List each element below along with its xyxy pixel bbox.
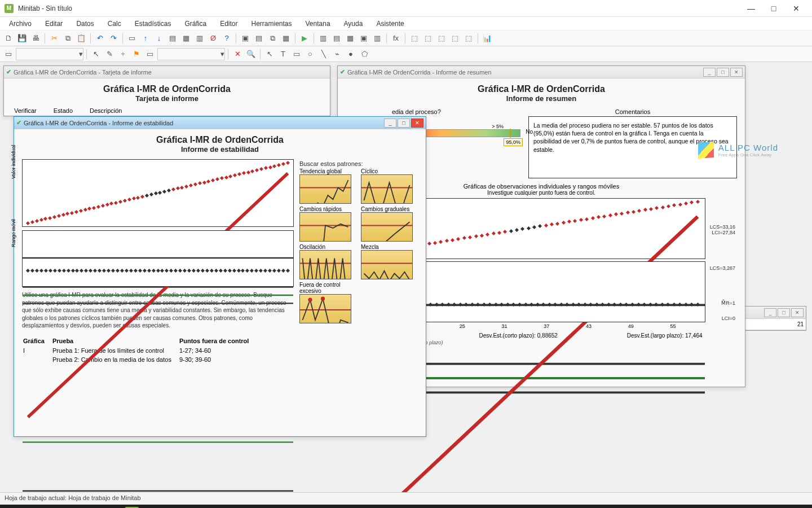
cancel-icon[interactable]: Ø	[207, 32, 219, 45]
pattern-cyclic-label: Cíclico	[361, 168, 418, 174]
summary-close-button[interactable]: ✕	[730, 68, 743, 77]
stability-marker	[510, 129, 511, 138]
report-card-sub: Tarjeta de informe	[4, 94, 330, 103]
stability-readout: 95,0%	[504, 138, 523, 146]
box2-icon[interactable]: ▭	[144, 48, 156, 60]
chart2-icon[interactable]: ▤	[330, 32, 343, 45]
search-icon[interactable]: 🔍	[245, 48, 257, 60]
stability-window[interactable]: ✔ Gráfica I-MR de OrdenCorrida - Informe…	[14, 116, 426, 437]
menu-datos[interactable]: Datos	[73, 19, 97, 29]
summary-min-button[interactable]: _	[703, 68, 716, 77]
manage-icon[interactable]: ▤	[253, 32, 265, 45]
stab-min-button[interactable]: _	[384, 119, 396, 128]
stability-sub: Informe de estabilidad	[14, 145, 426, 154]
report-card-window[interactable]: ✔ Gráfica I-MR de OrdenCorrida - Tarjeta…	[3, 65, 330, 116]
fx-icon[interactable]: fx	[390, 32, 402, 45]
annot-lci-i: LCI=27,84	[712, 230, 735, 235]
select-icon[interactable]: ↖	[263, 48, 276, 60]
summary-sub: Informe de resumen	[338, 94, 745, 103]
stat2-icon[interactable]: ⬚	[422, 32, 434, 45]
menu-editor[interactable]: Editor	[217, 19, 241, 29]
svg-point-28	[308, 297, 312, 301]
print-icon[interactable]: 🖶	[29, 32, 42, 45]
text-icon[interactable]: T	[277, 48, 289, 60]
cut-icon[interactable]: ✂	[48, 32, 60, 45]
status-bar: Hoja de trabajo actual: Hoja de trabajo …	[0, 492, 812, 505]
new-icon[interactable]: 🗋	[2, 32, 15, 45]
tile-icon[interactable]: ▦	[280, 32, 292, 45]
circle-icon[interactable]: ○	[304, 48, 316, 60]
comments-label: Comentarios	[528, 108, 737, 115]
app-title: Minitab - Sin título	[18, 5, 72, 12]
dropdown-icon[interactable]: ▾	[16, 48, 83, 60]
rect-icon[interactable]: ▭	[290, 48, 303, 60]
menu-editar[interactable]: Editar	[42, 19, 66, 29]
project-icon[interactable]: ▣	[239, 32, 251, 45]
graph-icon[interactable]: ▥	[193, 32, 206, 45]
x-icon[interactable]: ✕	[231, 48, 244, 60]
menu-asistente[interactable]: Asistente	[373, 19, 407, 29]
box1-icon[interactable]: ▭	[2, 48, 15, 60]
flag-icon[interactable]: ⚑	[130, 48, 143, 60]
chart3-icon[interactable]: ▦	[344, 32, 356, 45]
menu-grafica[interactable]: Gráfica	[181, 19, 210, 29]
paste-icon[interactable]: 📋	[75, 32, 87, 45]
stab-close-button[interactable]: ✕	[411, 119, 423, 128]
plus-icon[interactable]: +	[117, 48, 129, 60]
summary-title: Gráfica I-MR de OrdenCorrida - Informe d…	[347, 69, 492, 76]
arrow-down-icon[interactable]: ↓	[153, 32, 165, 45]
pattern-shifts-label: Cambios rápidos	[299, 206, 356, 212]
pattern-shifts-thumb	[299, 212, 351, 242]
menu-archivo[interactable]: Archivo	[6, 19, 35, 29]
stability-title: Gráfica I-MR de OrdenCorrida - Informe d…	[24, 120, 173, 126]
dropdown2-icon[interactable]: ▾	[157, 48, 225, 60]
report-card-title: Gráfica I-MR de OrdenCorrida - Tarjeta d…	[14, 69, 152, 76]
chart1-icon[interactable]: ▥	[317, 32, 329, 45]
marker-icon[interactable]: ●	[345, 48, 357, 60]
stat5-icon[interactable]: ⬚	[462, 32, 475, 45]
play-icon[interactable]: ▶	[298, 32, 311, 45]
report-card-heading: Gráfica I-MR de OrdenCorrida	[4, 84, 330, 94]
copy-icon[interactable]: ⧉	[61, 32, 74, 45]
undo-icon[interactable]: ↶	[94, 32, 106, 45]
graphtool-icon[interactable]: 📊	[481, 32, 493, 45]
menu-estadisticas[interactable]: Estadísticas	[131, 19, 175, 29]
menu-ayuda[interactable]: Ayuda	[341, 19, 367, 29]
cascade-icon[interactable]: ⧉	[266, 32, 279, 45]
line-icon[interactable]: ╲	[317, 48, 330, 60]
chart5-icon[interactable]: ▥	[371, 32, 383, 45]
menu-calc[interactable]: Calc	[104, 19, 125, 29]
minimize-button[interactable]: —	[740, 0, 762, 17]
redo-icon[interactable]: ↷	[107, 32, 120, 45]
pattern-cyclic-thumb	[361, 174, 413, 204]
arrow-up-icon[interactable]: ↑	[139, 32, 152, 45]
stability-heading: Gráfica I-MR de OrdenCorrida	[14, 135, 426, 145]
brush-icon[interactable]: ✎	[103, 48, 116, 60]
pattern-excess-label: Fuera de control excesivo	[299, 282, 356, 294]
stab-max-button[interactable]: □	[398, 119, 410, 128]
ws-close-button[interactable]: ✕	[791, 308, 804, 317]
summary-max-button[interactable]: □	[717, 68, 729, 77]
polyline-icon[interactable]: ⌁	[331, 48, 343, 60]
stat1-icon[interactable]: ⬚	[408, 32, 421, 45]
menu-herramientas[interactable]: Herramientas	[248, 19, 295, 29]
tool-icon[interactable]: ▭	[126, 32, 138, 45]
save-icon[interactable]: 💾	[16, 32, 28, 45]
stat4-icon[interactable]: ⬚	[449, 32, 461, 45]
stability-i-chart: Valor individual	[22, 159, 294, 227]
stat3-icon[interactable]: ⬚	[435, 32, 448, 45]
chart4-icon[interactable]: ▣	[358, 32, 370, 45]
session-icon[interactable]: ▤	[166, 32, 179, 45]
help-icon[interactable]: ?	[220, 32, 233, 45]
svg-point-29	[321, 297, 325, 301]
polygon-icon[interactable]: ⬠	[358, 48, 370, 60]
worksheet-icon[interactable]: ▦	[180, 32, 192, 45]
ws-max-button[interactable]: □	[778, 308, 790, 317]
close-button[interactable]: ✕	[785, 0, 807, 17]
ws-min-button[interactable]: _	[764, 308, 776, 317]
patterns-label: Buscar estos patrones:	[299, 160, 418, 167]
pointer-icon[interactable]: ↖	[90, 48, 102, 60]
maximize-button[interactable]: □	[762, 0, 785, 17]
pattern-trend-thumb	[299, 174, 351, 204]
menu-ventana[interactable]: Ventana	[302, 19, 334, 29]
